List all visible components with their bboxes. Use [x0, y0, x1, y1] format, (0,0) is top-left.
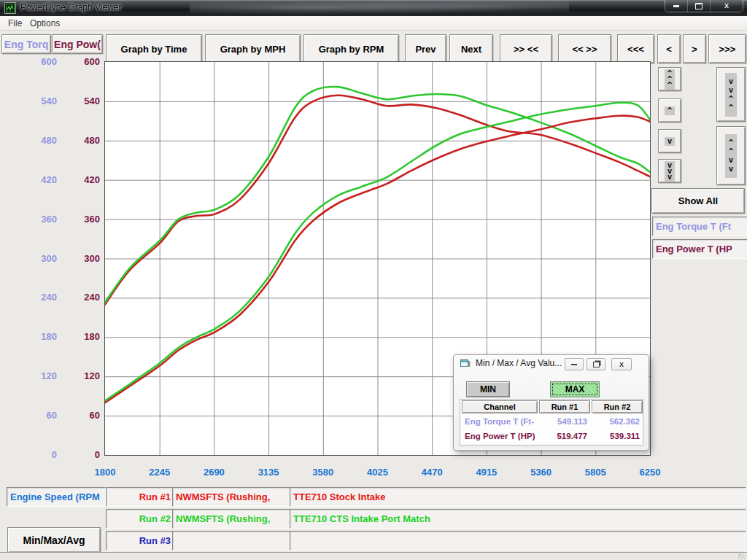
toolbar-button-[interactable]: <<<: [617, 34, 654, 63]
axis-torque-label: Eng Torq: [4, 39, 48, 50]
y-tick-power-120: 120: [0, 370, 100, 381]
toolbar-button-[interactable]: >> <<: [500, 34, 552, 63]
toolbar-button-graph-by-time[interactable]: Graph by Time: [106, 34, 202, 63]
legend-run-1-field[interactable]: Run #1: [106, 487, 174, 507]
y-tick-power-420: 420: [0, 174, 100, 185]
minmax-window-icon: [460, 359, 471, 368]
run-label: Run #2: [139, 513, 171, 524]
menubar: File Options: [0, 16, 747, 31]
minmax-minimize-icon[interactable]: [565, 358, 584, 370]
minmax-titlebar[interactable]: Min / Max / Avg Valu... X: [454, 355, 649, 371]
menu-options[interactable]: Options: [26, 18, 63, 29]
legend-run-3-field[interactable]: Run #3: [106, 531, 174, 551]
toolbar-button-prev[interactable]: Prev: [405, 34, 446, 63]
minmax-channel-label: Eng Power T (HP): [465, 432, 535, 440]
channel-field-torque[interactable]: Eng Torque T (Ft: [652, 217, 747, 236]
app-icon: [4, 2, 16, 14]
axis-select-torque-button[interactable]: Eng Torq: [1, 34, 51, 54]
legend-source-3-field: [172, 531, 290, 551]
scroll-top-button[interactable]: ^^^: [658, 67, 681, 91]
maximize-icon[interactable]: [688, 0, 711, 12]
minmax-run2-value: 539.311: [592, 432, 640, 440]
resize-grip-icon[interactable]: [738, 553, 746, 559]
show-all-button[interactable]: Show All: [651, 188, 745, 214]
minimize-icon[interactable]: [665, 0, 688, 12]
x-tick-1800: 1800: [82, 467, 128, 478]
axis-select-power-button[interactable]: Eng Pow(: [52, 34, 103, 54]
toolbar-button-[interactable]: << >>: [558, 34, 611, 63]
legend-description-3-field: [290, 531, 746, 551]
scroll-down-button[interactable]: v: [658, 129, 681, 153]
toolbar-button-graph-by-mph[interactable]: Graph by MPH: [205, 34, 301, 63]
min-toggle-button[interactable]: MIN: [466, 381, 510, 397]
max-toggle-button[interactable]: MAX: [550, 381, 600, 397]
run-source-label: NWMSFTS (Rushing,: [176, 491, 270, 502]
channel-field-power[interactable]: Eng Power T (HP: [652, 239, 747, 259]
chevron-down-icon: v: [729, 165, 734, 174]
channel-power-label: Eng Power T (HP: [656, 244, 732, 254]
window-controls: X: [665, 0, 743, 12]
toolbar-button-next[interactable]: Next: [449, 34, 493, 63]
minmax-channel-label: Eng Torque T (Ft-: [465, 417, 534, 426]
close-icon[interactable]: X: [711, 0, 743, 12]
legend-run-2-field[interactable]: Run #2: [106, 509, 174, 529]
chevron-up-icon: ^: [729, 139, 734, 147]
toolbar-button-[interactable]: <: [657, 34, 681, 63]
x-tick-2690: 2690: [190, 467, 237, 478]
x-tick-3135: 3135: [245, 467, 292, 478]
run-description-label: TTE710 CTS Intake Port Match: [293, 513, 430, 524]
column-header-run2[interactable]: Run #2: [592, 400, 643, 413]
chevron-down-icon: v: [729, 77, 734, 86]
run-label: Run #3: [139, 535, 171, 546]
menu-file[interactable]: File: [4, 18, 26, 29]
axis-power-label: Eng Pow(: [54, 39, 101, 50]
x-tick-5805: 5805: [572, 467, 619, 478]
x-channel-field[interactable]: Engine Speed (RPM: [7, 487, 106, 507]
max-label: MAX: [565, 384, 585, 394]
scroll-up-button[interactable]: ^: [658, 98, 681, 122]
x-tick-6250: 6250: [627, 467, 673, 478]
legend-source-2-field: NWMSFTS (Rushing,: [172, 509, 290, 529]
chevron-pad: v: [665, 137, 676, 146]
minmax-table: Channel Run #1 Run #2 Eng Torque T (Ft-5…: [460, 399, 643, 446]
column-header-run1[interactable]: Run #1: [539, 400, 590, 413]
legend-description-2-field: TTE710 CTS Intake Port Match: [290, 509, 746, 529]
toolbar-button-[interactable]: >: [683, 34, 706, 63]
x-tick-4470: 4470: [409, 467, 455, 478]
chevron-down-icon: v: [667, 174, 673, 180]
chevron-pad: ^^vv: [725, 134, 738, 178]
chevron-pad: ^: [665, 106, 676, 115]
minmax-run2-value: 562.362: [592, 417, 640, 426]
minmaxavg-button[interactable]: Min/Max/Avg: [7, 527, 101, 553]
x-tick-4025: 4025: [355, 467, 401, 478]
minmax-window[interactable]: Min / Max / Avg Valu... X MIN MAX Channe…: [453, 354, 649, 451]
powerdyne-window: PowerDyne Graph Viewer X File Options En…: [0, 0, 747, 560]
expand-y-button[interactable]: ^^vv: [716, 126, 746, 185]
chevron-up-icon: ^: [667, 108, 673, 114]
chevron-pad: ^^^: [665, 69, 676, 90]
legend-source-1-field: NWMSFTS (Rushing,: [172, 487, 290, 507]
toolbar-button-[interactable]: >>>: [708, 34, 746, 63]
y-tick-power-300: 300: [0, 253, 100, 264]
y-tick-power-180: 180: [0, 331, 100, 342]
column-header-channel[interactable]: Channel: [462, 400, 538, 413]
scroll-bottom-button[interactable]: vvv: [658, 159, 681, 183]
chevron-down-icon: v: [729, 156, 734, 165]
min-label: MIN: [480, 384, 496, 394]
y-tick-power-0: 0: [0, 449, 100, 460]
toolbar-button-graph-by-rpm[interactable]: Graph by RPM: [303, 34, 399, 63]
chevron-up-icon: ^: [667, 82, 673, 88]
window-bottom-edge: [0, 552, 747, 560]
x-tick-2245: 2245: [136, 467, 183, 478]
y-tick-power-240: 240: [0, 292, 100, 303]
minmax-restore-icon[interactable]: [587, 358, 605, 370]
titlebar[interactable]: PowerDyne Graph Viewer X: [0, 0, 747, 16]
minmaxavg-label: Min/Max/Avg: [23, 534, 85, 546]
x-tick-3580: 3580: [300, 467, 347, 478]
chevron-up-icon: ^: [729, 95, 734, 104]
chevron-pad: vv^^: [725, 73, 738, 117]
minmax-close-icon[interactable]: X: [611, 358, 632, 370]
chevron-down-icon: v: [729, 86, 734, 95]
x-tick-4915: 4915: [463, 467, 510, 478]
compress-y-button[interactable]: vv^^: [716, 67, 746, 122]
